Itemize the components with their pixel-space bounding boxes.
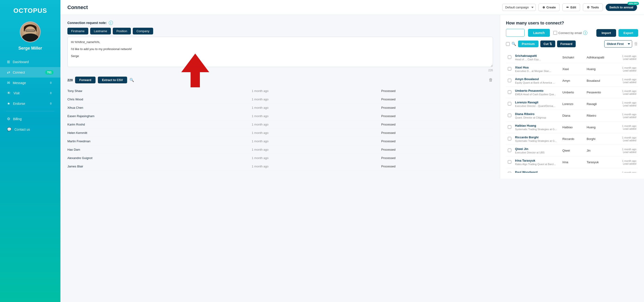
endorse-icon: ★ — [7, 101, 10, 106]
info-icon[interactable]: i — [109, 21, 113, 25]
contact-time: 1 month ago — [616, 113, 636, 116]
contact-fullname: Qiwei Jin — [515, 147, 559, 151]
contact-name-cell: James Blair — [68, 162, 250, 171]
sidebar-item-label-billing: Billing — [13, 117, 22, 121]
contact-time: 1 month ago — [616, 124, 636, 127]
campaign-select[interactable]: Default campaign — [502, 4, 536, 11]
contact-name-cell: Easen Rajasingham — [68, 112, 250, 120]
contact-fullname: Paul Woodward — [515, 171, 559, 173]
list-item: Diana Ribeiro Quant. Director at Citigro… — [506, 110, 638, 121]
contact-lastname: Pesavento — [586, 91, 601, 94]
create-button[interactable]: ⊕ Create — [538, 4, 560, 11]
filter-trash-button[interactable]: 🗑 — [634, 42, 638, 46]
forward-button[interactable]: Forward — [75, 77, 95, 83]
tools-icon: ⚙ — [587, 6, 590, 9]
avatar — [20, 22, 41, 42]
tools-button[interactable]: ⚙ Tools — [583, 4, 603, 11]
sidebar-item-dashboard[interactable]: ⊞ Dashboard — [0, 57, 60, 67]
contact-checkbox[interactable] — [508, 137, 511, 140]
tag-company[interactable]: Company — [133, 28, 153, 35]
list-item: Lorenzo Ravagli Executive Director - Qua… — [506, 98, 638, 110]
contact-icon: 💬 — [7, 127, 12, 131]
list-item: Riccardo Borghi Systematic Trading Strat… — [506, 133, 638, 145]
contact-lastname: Jin — [586, 149, 590, 152]
contact-checkbox[interactable] — [508, 114, 511, 117]
visit-badge: 0 — [48, 91, 54, 95]
sidebar-item-endorse[interactable]: ★ Endorse 0 — [0, 98, 60, 109]
contact-name-cell: Hao Dam — [68, 145, 250, 154]
contact-name-cell: Martin Freedman — [68, 137, 250, 145]
contact-status: Lead added — [616, 58, 636, 60]
header-controls: Default campaign ⊕ Create ✏ Edit ⚙ Tools… — [502, 4, 637, 11]
filter-search-icon[interactable]: 🔍 — [512, 42, 516, 46]
tag-position[interactable]: Position — [113, 28, 131, 35]
contact-firstname: Umberto — [562, 91, 574, 94]
contact-time: 1 month ago — [616, 78, 636, 81]
contact-title: Systematic Trading Strategies at G... — [515, 128, 559, 131]
contact-checkbox[interactable] — [508, 102, 511, 105]
import-button[interactable]: Import — [596, 29, 616, 37]
status-badge: Processed — [379, 87, 493, 95]
tag-lastname[interactable]: Lastname — [90, 28, 111, 35]
extract-button[interactable]: Extract to CSV — [98, 77, 127, 83]
connect-email-checkbox[interactable] — [553, 31, 557, 35]
sidebar-item-label-endorse: Endorse — [13, 102, 25, 105]
contact-checkbox[interactable] — [508, 125, 511, 129]
contact-checkbox[interactable] — [508, 67, 511, 71]
select-all-checkbox[interactable] — [506, 42, 510, 46]
premium-filter-button[interactable]: Premium — [518, 41, 538, 47]
annual-button[interactable]: Switch to annual 35% OFF — [606, 4, 637, 11]
contact-lastname: Ravagli — [586, 102, 596, 106]
list-item: Irina Tarasyuk Rates Algo Trading Quant … — [506, 157, 638, 168]
contact-time: 1 month ago — [616, 101, 636, 104]
contact-checkbox[interactable] — [508, 148, 511, 152]
message-icon: ✉ — [7, 81, 10, 85]
contacts-scrollable[interactable]: Srichakraapatti Head of ... Cash Equ... … — [506, 52, 638, 173]
contact-firstname: Diana — [562, 114, 570, 117]
contact-lastname: Borghi — [586, 137, 596, 141]
export-button[interactable]: Export — [618, 29, 638, 37]
contact-firstname: Riccardo — [562, 137, 574, 141]
sidebar-item-billing[interactable]: ⚙ Billing — [0, 114, 60, 124]
create-icon: ⊕ — [542, 6, 545, 9]
users-count-label: How many users to connect? — [506, 21, 638, 26]
contact-name-cell: Karim Roshd — [68, 120, 250, 129]
sort-select[interactable]: Oldest First Newest First — [604, 40, 632, 48]
forward-filter-button[interactable]: Forward — [557, 41, 576, 47]
contact-checkbox[interactable] — [508, 79, 511, 82]
contact-checkbox[interactable] — [508, 172, 511, 173]
sidebar-item-connect[interactable]: ⇄ Connect 761 — [0, 67, 60, 78]
contact-status: Lead added — [616, 69, 636, 72]
contact-checkbox[interactable] — [508, 90, 511, 94]
contact-title: Executive Director at UBS — [515, 151, 559, 154]
status-badge: Processed — [379, 112, 493, 120]
sidebar-item-contact-us[interactable]: 💬 Contact us — [0, 124, 60, 134]
contact-firstname: Paul — [562, 172, 568, 173]
trash-icon[interactable]: 🗑 — [489, 78, 493, 82]
search-icon[interactable]: 🔍 — [130, 78, 134, 82]
contact-time-cell: 1 month ago — [250, 162, 379, 171]
contact-title: Executive Director - Quant/Deriva... — [515, 104, 559, 107]
message-textarea[interactable]: Hi %%first_name%%, I'd like to add you t… — [68, 37, 493, 67]
sidebar-item-message[interactable]: ✉ Message 0 — [0, 78, 60, 88]
sidebar-item-label-connect: Connect — [13, 71, 25, 74]
table-row: Martin Freedman 1 month ago Processed — [68, 137, 493, 145]
cut-filter-button[interactable]: Cut ⇅ — [540, 41, 556, 47]
tag-firstname[interactable]: Firstname — [68, 28, 88, 35]
contact-fullname: Umberto Pesavento — [515, 89, 559, 92]
contact-firstname: Srichakri — [562, 56, 574, 59]
contact-status: Lead added — [616, 151, 636, 154]
email-info-icon[interactable]: i — [583, 31, 587, 35]
contact-checkbox[interactable] — [508, 160, 511, 164]
contact-lastname: Woodward — [586, 172, 601, 173]
connect-email-label[interactable]: Connect by email i — [553, 31, 587, 35]
contact-time: 1 month ago — [616, 55, 636, 58]
launch-button[interactable]: Launch — [528, 29, 550, 37]
edit-button[interactable]: ✏ Edit — [562, 4, 580, 11]
contact-firstname: Qiwei — [562, 149, 570, 152]
sidebar-item-visit[interactable]: 👁 Visit 0 — [0, 88, 60, 98]
page-title: Connect — [68, 5, 502, 11]
contact-firstname: Amyn — [562, 79, 570, 82]
contact-checkbox[interactable] — [508, 55, 511, 59]
launch-input[interactable] — [506, 29, 524, 37]
